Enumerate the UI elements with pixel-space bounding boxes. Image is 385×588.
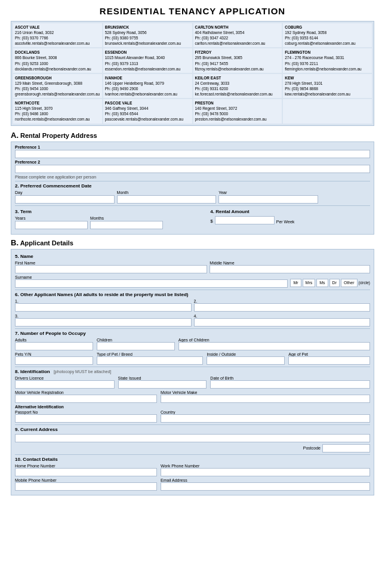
passport-label: Passport No: [15, 410, 157, 414]
offices-grid: ASCOT VALE 216 Union Road, 3032 Ph: (03)…: [11, 21, 374, 126]
office-brunswick: BRUNSWICK 528 Sydney Road, 3056 Ph: (03)…: [103, 23, 192, 47]
office-preston: PRESTON 140 Regent Street, 3072 Ph: (03)…: [193, 99, 282, 123]
office-ascot-vale: ASCOT VALE 216 Union Road, 3032 Ph: (03)…: [13, 23, 102, 47]
day-label: Day: [15, 190, 115, 195]
preference1-input[interactable]: [15, 150, 370, 158]
motor-reg-label: Motor Vehicle Registration: [15, 390, 157, 395]
day-input[interactable]: [15, 195, 115, 204]
dob-input[interactable]: [210, 380, 370, 389]
office-flemington: FLEMINGTON 274 - 276 Racecourse Road, 30…: [283, 48, 372, 72]
alt-id-label: Alternative Identification: [15, 405, 370, 409]
office-essendon: ESSENDON 1015 Mount Alexander Road, 3040…: [103, 48, 192, 72]
passport-input[interactable]: [15, 414, 157, 423]
country-input[interactable]: [161, 414, 370, 423]
other-applicant-3-input[interactable]: [15, 318, 192, 327]
title-other[interactable]: Other: [341, 279, 358, 287]
surname-input[interactable]: [15, 279, 288, 288]
month-input[interactable]: [117, 195, 217, 204]
motor-make-input[interactable]: [161, 395, 370, 403]
office-keilor-east: KEILOR EAST 24 Centreway, 3033 Ph: (03) …: [193, 74, 282, 98]
middle-name-label: Middle Name: [210, 261, 370, 265]
pets-input[interactable]: [15, 356, 93, 365]
home-phone-label: Home Phone Number: [15, 464, 157, 468]
age-of-pet-label: Age of Pet: [288, 352, 370, 356]
inside-outside-label: Inside / Outside: [207, 352, 285, 356]
postcode-input[interactable]: [322, 444, 370, 452]
dob-label: Date of Birth: [210, 376, 370, 380]
occupants-title: 7. Number of People to Occupy: [15, 331, 370, 336]
year-label: Year: [218, 190, 318, 195]
office-fitzroy: FITZROY 295 Brunswick Street, 3065 Ph: (…: [193, 48, 282, 72]
children-label: Children: [97, 338, 175, 342]
drivers-licence-input[interactable]: [15, 380, 115, 389]
age-of-pet-input[interactable]: [288, 356, 370, 365]
mobile-label: Mobile Phone Number: [15, 478, 157, 482]
name-title: 5. Name: [15, 254, 370, 259]
current-address-input[interactable]: [15, 434, 370, 442]
preference2-input[interactable]: [15, 165, 370, 173]
other-applicant-4-label: 4.: [194, 314, 371, 318]
months-input[interactable]: [90, 221, 163, 229]
mobile-input[interactable]: [15, 482, 157, 491]
section-b-content: 5. Name First Name Middle Name Surname M…: [11, 249, 374, 495]
adults-input[interactable]: [15, 342, 93, 350]
other-applicant-4-input[interactable]: [194, 318, 371, 327]
section-b-header: B. Applicant Details: [11, 238, 374, 247]
year-input[interactable]: [218, 195, 318, 204]
first-name-input[interactable]: [15, 265, 207, 273]
currency-symbol: $: [210, 218, 212, 224]
email-input[interactable]: [161, 482, 370, 491]
title-dr[interactable]: Dr: [329, 279, 340, 287]
children-input[interactable]: [97, 342, 175, 350]
pet-type-label: Type of Pet / Breed: [97, 352, 204, 356]
state-issued-input[interactable]: [118, 380, 207, 389]
middle-name-input[interactable]: [210, 265, 370, 273]
drivers-licence-label: Drivers Licence: [15, 376, 115, 380]
contact-title: 10. Contact Details: [15, 457, 370, 462]
work-phone-input[interactable]: [161, 468, 370, 476]
office-greensborough: GREENSBOROUGH 129 Main Street, Greensbor…: [13, 74, 102, 98]
motor-make-label: Motor Vehicle Make: [161, 390, 370, 395]
other-applicant-2-label: 2.: [194, 299, 371, 303]
section-a-content: Preference 1 Preference 2 Please complet…: [11, 141, 374, 235]
state-issued-label: State Issued: [118, 376, 207, 380]
office-northcote: NORTHCOTE 115 High Street, 3070 Ph: (03)…: [13, 99, 102, 123]
identification-title: 8. Identification [photocopy MUST be att…: [15, 369, 370, 374]
other-applicant-3-label: 3.: [15, 314, 192, 318]
office-empty: [283, 99, 372, 123]
country-label: Country: [161, 410, 370, 414]
ages-label: Ages of Children: [178, 338, 370, 342]
preference2-label: Preference 2: [15, 160, 370, 164]
inside-outside-input[interactable]: [207, 356, 285, 365]
month-label: Month: [117, 190, 217, 195]
motor-reg-input[interactable]: [15, 395, 157, 403]
office-ivanhoe: IVANHOE 146 Upper Heidelberg Road, 3079 …: [103, 74, 192, 98]
office-docklands: DOCKLANDS 866 Bourke Street, 3008 Ph: (0…: [13, 48, 102, 72]
title-mrs[interactable]: Mrs: [303, 279, 316, 287]
home-phone-input[interactable]: [15, 468, 157, 476]
other-applicants-title: 6. Other Applicant Names (All adults to …: [15, 292, 370, 297]
commencement-title: 2. Preferred Commencement Date: [15, 183, 370, 189]
photocopy-note: [photocopy MUST be attached]: [54, 370, 111, 374]
ages-input[interactable]: [178, 342, 370, 350]
rental-amount-input[interactable]: [215, 216, 275, 224]
office-pascoe-vale: PASCOE VALE 346 Gaffney Street, 3044 Ph:…: [103, 99, 192, 123]
preference1-label: Preference 1: [15, 145, 370, 149]
years-input[interactable]: [15, 221, 88, 229]
work-phone-label: Work Phone Number: [161, 464, 370, 468]
title-mr[interactable]: Mr: [290, 279, 301, 287]
other-applicant-1-input[interactable]: [15, 303, 192, 312]
other-applicant-1-label: 1.: [15, 299, 192, 303]
office-coburg: COBURG 192 Sydney Road, 3058 Ph: (03) 93…: [283, 23, 372, 47]
pets-label: Pets Y/N: [15, 352, 93, 356]
months-label: Months: [90, 216, 163, 220]
title-ms[interactable]: Ms: [316, 279, 328, 287]
surname-label: Surname: [15, 275, 288, 279]
page-title: RESIDENTIAL TENANCY APPLICATION: [11, 6, 374, 16]
circle-note: (circle): [359, 281, 371, 285]
application-note: Please complete one application per pers…: [15, 175, 370, 179]
pet-type-input[interactable]: [97, 356, 204, 365]
office-kew: KEW 278 High Street, 3101 Ph: (03) 9854 …: [283, 74, 372, 98]
office-carlton-north: CARLTON NORTH 404 Rathdowne Street, 3054…: [193, 23, 282, 47]
other-applicant-2-input[interactable]: [194, 303, 371, 312]
